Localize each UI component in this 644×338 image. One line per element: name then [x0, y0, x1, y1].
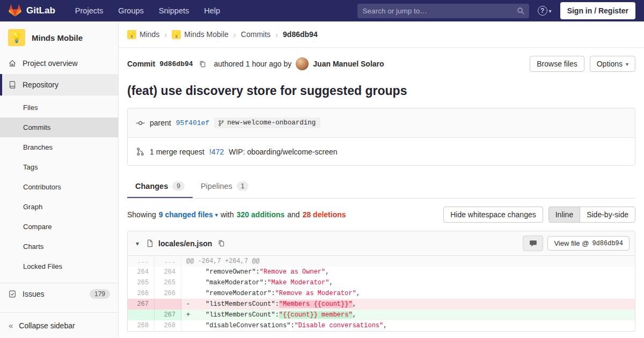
breadcrumb-project-link[interactable]: Minds Mobile — [184, 30, 228, 39]
bulb-icon: 💡 — [173, 32, 180, 38]
hide-whitespace-button[interactable]: Hide whitespace changes — [443, 207, 543, 223]
search-icon — [517, 7, 525, 15]
copy-sha-button[interactable] — [197, 59, 208, 69]
main-content: 💡 Minds › 💡 Minds Mobile › Commits › 9d8… — [119, 21, 644, 338]
sign-in-button[interactable]: Sign in / Register — [560, 2, 635, 19]
new-line-number[interactable] — [155, 299, 181, 310]
branch-icon — [218, 120, 224, 127]
top-navbar: GitLab Projects Groups Snippets Help ? ▾… — [0, 0, 644, 21]
sidebar-item-locked-files[interactable]: Locked Files — [0, 256, 118, 276]
toggle-comments-button[interactable] — [523, 236, 543, 251]
new-line-number[interactable]: 266 — [155, 288, 181, 299]
diff-view-toggle: Inline Side-by-side — [548, 207, 635, 223]
sidebar-item-issues[interactable]: Issues 179 — [0, 283, 118, 305]
showing-label: Showing — [127, 210, 156, 219]
chevron-down-icon: ▾ — [549, 8, 552, 14]
tab-changes[interactable]: Changes 9 — [127, 174, 193, 198]
sidebar-item-repository[interactable]: Repository — [0, 74, 118, 95]
nav-item-help[interactable]: Help — [198, 3, 226, 18]
chevron-right-icon: › — [275, 30, 278, 39]
diff-line-context: 265 265 "makeModerator":"Make Moderator"… — [128, 277, 635, 288]
main-menu: Projects Groups Snippets Help — [69, 3, 226, 18]
deletions-count: 28 deletions — [303, 210, 346, 219]
code-line: "disableConversations":"Disable conversa… — [181, 320, 635, 331]
gitlab-home-link[interactable]: GitLab — [9, 4, 55, 17]
new-line-number[interactable]: 268 — [155, 320, 181, 331]
old-line-number[interactable]: 265 — [128, 277, 155, 288]
old-line-number[interactable]: 266 — [128, 288, 155, 299]
diff-file-name[interactable]: locales/en.json — [158, 239, 212, 248]
code-line: "makeModerator":"Make Moderator", — [181, 277, 635, 288]
bulb-icon: 💡 — [128, 32, 135, 38]
new-line-number[interactable]: 265 — [155, 277, 181, 288]
commit-meta-row: Commit 9d86db94 authored 1 hour ago by J… — [127, 56, 635, 72]
group-avatar: 💡 — [127, 30, 136, 39]
sidebar-nav: Project overview Repository Files Commit… — [0, 53, 118, 305]
old-line-number[interactable]: 264 — [128, 267, 155, 277]
diff-line-context: 264 264 "removeOwner":"Remove as Owner", — [128, 267, 635, 277]
sidebar-item-project-overview[interactable]: Project overview — [0, 53, 118, 74]
help-dropdown[interactable]: ? ▾ — [538, 6, 552, 16]
diff-line-context: 268 268 "disableConversations":"Disable … — [128, 320, 635, 331]
sidebar-item-compare[interactable]: Compare — [0, 217, 118, 237]
changed-files-dropdown[interactable]: 9 changed files ▾ — [159, 210, 218, 219]
sidebar-item-commits[interactable]: Commits — [0, 117, 118, 137]
new-line-number[interactable]: 267 — [155, 310, 181, 320]
issues-count-badge: 179 — [90, 289, 110, 299]
commit-info-box: parent 95f401ef new-welcome-onboarding — [127, 108, 635, 166]
options-dropdown-button[interactable]: Options ▾ — [590, 56, 635, 72]
mr-title: WIP: oboarding/welcome-screen — [229, 148, 337, 156]
branch-ref-link[interactable]: new-welcome-onboarding — [214, 117, 320, 128]
mr-count-text: 1 merge request — [150, 148, 204, 156]
side-by-side-view-button[interactable]: Side-by-side — [580, 207, 635, 223]
sidebar-item-branches[interactable]: Branches — [0, 137, 118, 157]
tab-pipelines[interactable]: Pipelines 1 — [193, 174, 257, 198]
diff-table: ... ... @@ -264,7 +264,7 @@ 264 264 "rem… — [128, 256, 635, 331]
inline-view-button[interactable]: Inline — [548, 207, 580, 223]
code-line: - "listMembersCount":"Members {{count}}"… — [181, 299, 635, 310]
collapse-diff-caret[interactable]: ▾ — [133, 240, 142, 247]
copy-icon — [199, 60, 207, 68]
view-file-button[interactable]: View file @ 9d86db94 — [547, 236, 630, 251]
code-line: "removeOwner":"Remove as Owner", — [181, 267, 635, 277]
global-search — [357, 4, 529, 18]
parent-sha-link[interactable]: 95f401ef — [176, 119, 209, 127]
sidebar-item-files[interactable]: Files — [0, 98, 118, 117]
collapse-sidebar-button[interactable]: « Collapse sidebar — [0, 312, 118, 338]
author-name-link[interactable]: Juan Manuel Solaro — [313, 60, 384, 68]
nav-item-snippets[interactable]: Snippets — [153, 3, 195, 18]
old-line-number[interactable] — [128, 310, 155, 320]
breadcrumb-commits-link[interactable]: Commits — [241, 30, 270, 39]
project-context[interactable]: 💡 Minds Mobile — [0, 21, 118, 53]
chevron-right-icon: › — [164, 30, 167, 39]
nav-item-projects[interactable]: Projects — [69, 3, 109, 18]
search-input[interactable] — [357, 4, 529, 18]
nav-item-groups[interactable]: Groups — [112, 3, 150, 18]
parent-label: parent — [150, 119, 171, 127]
old-line-number[interactable]: 268 — [128, 320, 155, 331]
project-avatar-small: 💡 — [172, 30, 181, 39]
hunk-new-marker: ... — [155, 256, 181, 267]
issues-icon — [8, 290, 17, 298]
double-chevron-left-icon: « — [9, 321, 13, 330]
breadcrumb-group-link[interactable]: Minds — [140, 30, 159, 39]
sidebar-item-contributors[interactable]: Contributors — [0, 177, 118, 197]
diff-summary-row: Showing 9 changed files ▾ with 320 addit… — [127, 207, 635, 223]
copy-file-path-button[interactable] — [216, 238, 226, 248]
sidebar-item-tags[interactable]: Tags — [0, 157, 118, 177]
old-line-number[interactable]: 267 — [128, 299, 155, 310]
sidebar-item-graph[interactable]: Graph — [0, 197, 118, 217]
browse-files-button[interactable]: Browse files — [530, 56, 584, 72]
chevron-down-icon: ▾ — [626, 61, 628, 67]
commit-sha: 9d86db94 — [159, 60, 193, 68]
copy-icon — [217, 239, 225, 247]
new-line-number[interactable]: 264 — [155, 267, 181, 277]
author-avatar[interactable] — [296, 57, 309, 70]
merge-request-row: 1 merge request !472 WIP: oboarding/welc… — [128, 137, 635, 165]
diff-file-panel: ▾ locales/en.json — [127, 231, 635, 332]
mr-ref-link[interactable]: !472 — [209, 148, 224, 156]
commit-icon — [136, 119, 145, 128]
sidebar-item-charts[interactable]: Charts — [0, 237, 118, 256]
diff-line-added: 267 + "listMembersCount":"{{count}} memb… — [128, 310, 635, 320]
help-icon: ? — [538, 6, 547, 16]
